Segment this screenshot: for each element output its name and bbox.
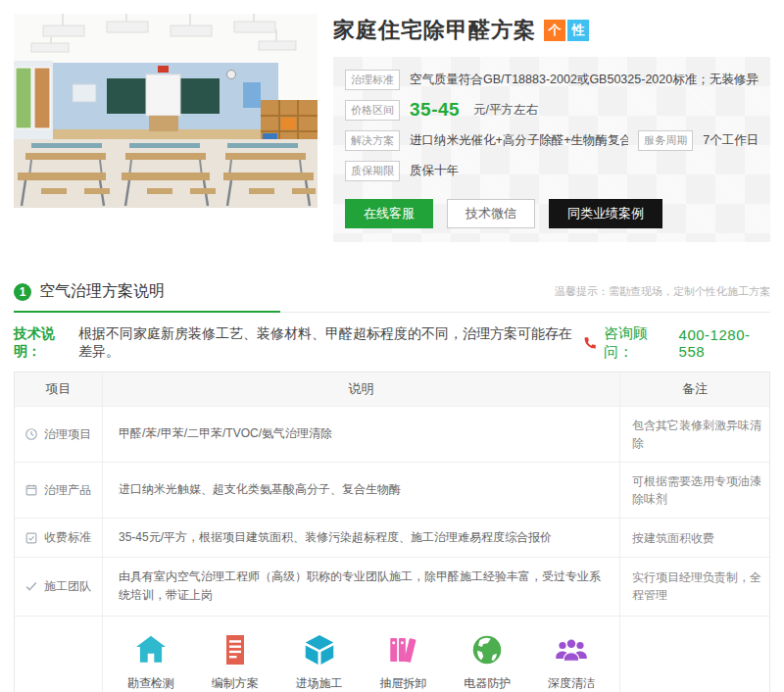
flow-label: 勘查检测 (127, 675, 174, 692)
table-row: 施工团队 由具有室内空气治理工程师（高级）职称的专业团队施工，除甲醛施工经验丰富… (15, 558, 769, 616)
flow-item-plan: 编制方案 (193, 632, 277, 692)
header-note: 备注 (620, 372, 769, 406)
product-header: 家庭住宅除甲醛方案 个 性 治理标准 空气质量符合GB/T18883-2002或… (0, 0, 784, 256)
flow-label: 编制方案 (212, 675, 259, 692)
case-examples-button[interactable]: 同类业绩案例 (549, 199, 662, 228)
classroom-photo (14, 14, 318, 208)
standard-value: 空气质量符合GB/T18883-2002或GB50325-2020标准；无装修异… (410, 72, 759, 88)
warranty-tag: 质保期限 (345, 161, 400, 181)
service-flow-row: 服务流程 勘查检测 编制方案 (15, 617, 769, 692)
consult-block: 咨询顾问： 400-1280-558 (583, 324, 770, 362)
section-header: 1 空气治理方案说明 温馨提示：需勘查现场，定制个性化施工方案 (14, 281, 770, 313)
standard-tag: 治理标准 (345, 70, 400, 90)
row-description: 由具有室内空气治理工程师（高级）职称的专业团队施工，除甲醛施工经验丰富，受过专业… (103, 558, 620, 615)
section-hint: 温馨提示：需勘查现场，定制个性化施工方案 (555, 284, 770, 299)
project-label: 治理项目 (44, 426, 91, 443)
row-description: 甲醛/苯/甲苯/二甲苯/TVOC/氨气治理清除 (103, 407, 620, 462)
globe-icon (469, 632, 505, 667)
tech-note-label: 技术说明： (14, 325, 78, 361)
tech-wechat-button[interactable]: 技术微信 (447, 199, 535, 228)
row-note: 根据项目装修环境可有所调整 (620, 617, 769, 692)
cube-icon (302, 632, 337, 667)
row-description: 35-45元/平方，根据项目建筑面积、装修污染超标程度、施工治理难易程度综合报价 (103, 519, 620, 557)
spec-row-price: 价格区间 35-45 元/平方左右 (345, 99, 759, 121)
flow-label: 抽屉拆卸 (379, 675, 426, 692)
binders-icon (385, 632, 420, 667)
flow-item-drawer: 抽屉拆卸 (362, 632, 446, 692)
flow-item-appliance: 电器防护 (445, 632, 529, 692)
flow-item-deep-clean: 深度清洁 (529, 632, 613, 692)
house-icon (133, 632, 169, 667)
spec-panel: 治理标准 空气质量符合GB/T18883-2002或GB50325-2020标准… (333, 57, 770, 242)
clock-icon (24, 427, 38, 441)
online-service-button[interactable]: 在线客服 (345, 199, 433, 228)
section-number-badge: 1 (14, 283, 31, 301)
flow-item-construction: 进场施工 (277, 632, 362, 692)
service-flow-content: 勘查检测 编制方案 进场施工 (103, 617, 620, 692)
period-value: 7个工作日交付 (703, 132, 759, 149)
solution-tag: 解决方案 (345, 130, 400, 151)
flow-label: 进场施工 (296, 675, 343, 692)
row-note: 实行项目经理负责制，全程管理 (620, 558, 769, 615)
badge-personal-2: 性 (567, 20, 589, 41)
consult-label: 咨询顾问： (604, 324, 672, 362)
consult-phone-number: 400-1280-558 (679, 326, 770, 360)
document-icon (218, 632, 253, 667)
price-amount: 35-45 (410, 99, 460, 121)
row-note: 可根据需要选用专项油漆除味剂 (620, 463, 769, 518)
warranty-value: 质保十年 (410, 163, 459, 179)
project-label: 治理产品 (44, 482, 91, 499)
project-label: 施工团队 (44, 578, 91, 595)
price-unit: 元/平方左右 (473, 102, 538, 119)
project-label: 收费标准 (44, 529, 91, 546)
team-icon (554, 632, 589, 667)
table-row: 收费标准 35-45元/平方，根据项目建筑面积、装修污染超标程度、施工治理难易程… (15, 519, 769, 558)
period-tag: 服务周期 (638, 130, 693, 151)
row-note: 按建筑面积收费 (620, 519, 769, 557)
header-description: 说明 (103, 372, 620, 406)
row-description: 进口纳米光触媒、超支化类氨基酸高分子、复合生物酶 (103, 463, 620, 518)
flow-item-survey: 勘查检测 (109, 632, 193, 692)
calendar-icon (24, 483, 38, 497)
page-title: 家庭住宅除甲醛方案 (333, 16, 536, 45)
price-tag: 价格区间 (345, 100, 400, 121)
table-header-row: 项目 说明 备注 (15, 372, 769, 407)
plan-table: 项目 说明 备注 治理项目 甲醛/苯/甲苯/二甲苯/TVOC/氨气治理清除 包含… (14, 371, 770, 692)
page: 家庭住宅除甲醛方案 个 性 治理标准 空气质量符合GB/T18883-2002或… (0, 0, 784, 692)
classroom-illustration (14, 14, 318, 208)
checkbox-icon (24, 531, 38, 545)
table-row: 治理产品 进口纳米光触媒、超支化类氨基酸高分子、复合生物酶 可根据需要选用专项油… (15, 463, 769, 519)
header-project: 项目 (15, 372, 103, 406)
spec-row-warranty: 质保期限 质保十年 (345, 160, 759, 181)
product-info: 家庭住宅除甲醛方案 个 性 治理标准 空气质量符合GB/T18883-2002或… (333, 14, 770, 242)
phone-icon (583, 335, 598, 351)
tech-note-text: 根据不同家庭新房装修工艺、装修材料、甲醛超标程度的不同，治理方案可能存在差异。 (78, 325, 583, 361)
flow-label: 电器防护 (464, 675, 511, 692)
row-note: 包含其它装修刺激异味清除 (620, 407, 769, 462)
check-icon (24, 579, 38, 593)
tech-note-row: 技术说明： 根据不同家庭新房装修工艺、装修材料、甲醛超标程度的不同，治理方案可能… (14, 324, 770, 362)
spec-row-standard: 治理标准 空气质量符合GB/T18883-2002或GB50325-2020标准… (345, 69, 759, 90)
service-flow-grid: 勘查检测 编制方案 进场施工 (103, 622, 619, 692)
badge-personal-1: 个 (544, 20, 565, 41)
section-title: 空气治理方案说明 (39, 281, 165, 302)
flow-label: 深度清洁 (548, 675, 595, 692)
table-row: 治理项目 甲醛/苯/甲苯/二甲苯/TVOC/氨气治理清除 包含其它装修刺激异味清… (15, 407, 769, 463)
solution-value: 进口纳米光催化+高分子除醛+生物酶复合酶+全效除菌抑菌 (410, 132, 628, 149)
spec-row-solution: 解决方案 进口纳米光催化+高分子除醛+生物酶复合酶+全效除菌抑菌 服务周期 7个… (345, 129, 759, 151)
